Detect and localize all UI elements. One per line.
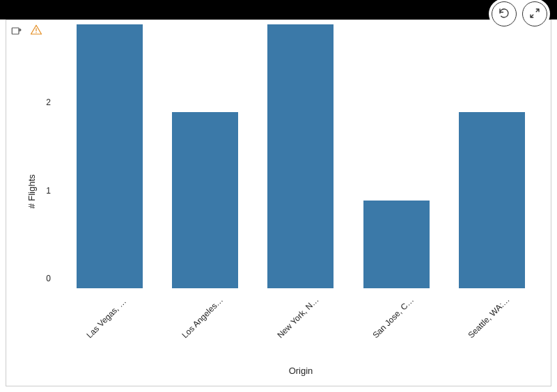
refresh-button[interactable] — [492, 1, 517, 26]
chart-panel: # Flights 012 Las Vegas, NV: McC...Los A… — [6, 19, 551, 386]
bar[interactable] — [77, 24, 143, 288]
export-icon — [10, 24, 23, 38]
bar[interactable] — [172, 112, 238, 288]
x-axis-title: Origin — [55, 366, 547, 376]
plot-area — [55, 24, 547, 288]
bar-group — [55, 24, 547, 288]
x-tick-label: New York, NY: John ... — [275, 294, 350, 368]
svg-rect-0 — [12, 28, 19, 34]
bar[interactable] — [363, 201, 430, 288]
x-tick-label: Las Vegas, NV: McC... — [84, 294, 159, 368]
bar-slot — [354, 24, 438, 288]
x-tick-label-wrap: Seattle, WA: Seattle... — [450, 288, 533, 344]
x-tick-label-wrap: San Jose, CA: Norm... — [354, 288, 438, 344]
bar[interactable] — [267, 24, 334, 288]
x-axis-labels: Las Vegas, NV: McC...Los Angeles, CA: Lo… — [55, 288, 547, 344]
x-tick-label: Los Angeles, CA: Lo... — [180, 294, 254, 368]
x-tick-label-wrap: Las Vegas, NV: McC... — [68, 288, 152, 344]
x-tick-label-wrap: New York, NY: John ... — [259, 288, 343, 344]
refresh-icon — [498, 7, 510, 22]
x-tick-label: Seattle, WA: Seattle... — [466, 294, 541, 368]
window-top-bar — [0, 0, 557, 19]
panel-toolbar — [10, 24, 42, 37]
bar[interactable] — [459, 112, 525, 288]
x-tick-label-wrap: Los Angeles, CA: Lo... — [164, 288, 247, 344]
x-tick-label: San Jose, CA: Norm... — [371, 294, 446, 368]
y-tick-label: 0 — [46, 274, 51, 283]
warning-indicator[interactable] — [30, 24, 42, 37]
y-tick-label: 1 — [46, 186, 51, 196]
top-action-group — [489, 0, 550, 29]
bar-slot — [259, 24, 343, 288]
y-axis: 012 — [33, 24, 55, 288]
bar-slot — [68, 24, 152, 288]
fullscreen-button[interactable] — [522, 1, 547, 26]
bar-slot — [450, 24, 533, 288]
export-button[interactable] — [10, 24, 23, 37]
y-tick-label: 2 — [46, 97, 51, 107]
bar-chart: # Flights 012 Las Vegas, NV: McC...Los A… — [33, 24, 547, 358]
svg-point-2 — [36, 32, 36, 33]
warning-icon — [30, 24, 42, 38]
expand-icon — [528, 7, 541, 22]
bar-slot — [164, 24, 247, 288]
